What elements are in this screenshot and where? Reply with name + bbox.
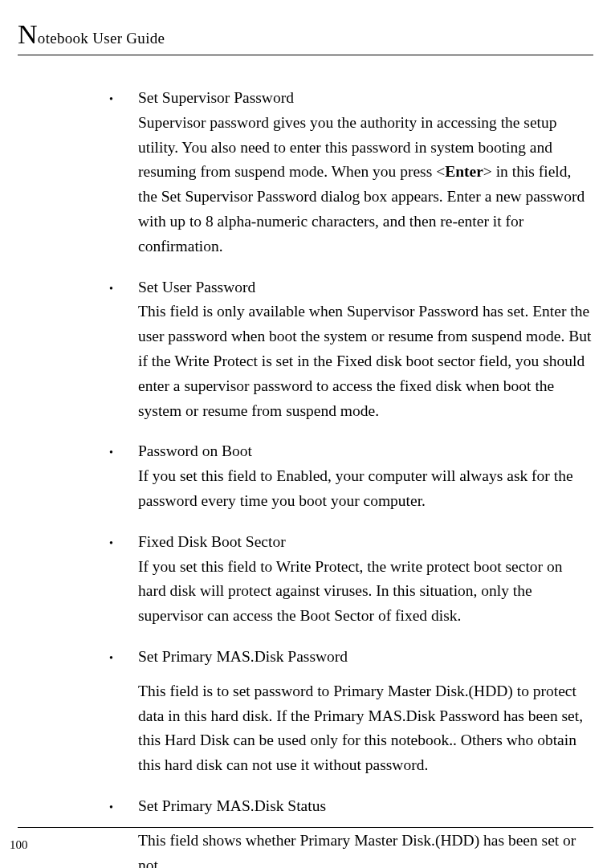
list-item: • Set Primary MAS.Disk Password This fie… [109, 645, 592, 778]
list-item: • Set Supervisor Password Supervisor pas… [109, 86, 592, 259]
bullet-icon: • [109, 89, 138, 105]
item-title: Fixed Disk Boot Sector [138, 530, 592, 555]
list-item: • Set User Password This field is only a… [109, 275, 592, 424]
item-paragraph: This field shows whether Primary Master … [138, 829, 592, 868]
header-title: Notebook User Guide [18, 19, 593, 50]
item-text: This field is only available when Superv… [138, 300, 592, 423]
page-header: Notebook User Guide [18, 19, 593, 55]
item-text: Supervisor password gives you the author… [138, 111, 592, 259]
content-area: • Set Supervisor Password Supervisor pas… [18, 86, 593, 868]
item-title: Set Primary MAS.Disk Password [138, 645, 592, 670]
header-rest: otebook User Guide [38, 30, 165, 47]
list-item: • Password on Boot If you set this field… [109, 439, 592, 513]
item-title: Set Supervisor Password [138, 86, 592, 111]
bullet-icon: • [109, 797, 138, 813]
bullet-icon: • [109, 279, 138, 295]
header-initial: N [18, 19, 38, 49]
item-paragraph: This field is to set password to Primary… [138, 679, 592, 778]
item-title: Set Primary MAS.Disk Status [138, 794, 592, 819]
item-title: Set User Password [138, 275, 592, 300]
bullet-icon: • [109, 442, 138, 458]
footer-divider [18, 827, 593, 828]
page-number: 100 [10, 838, 28, 852]
list-item: • Set Primary MAS.Disk Status This field… [109, 794, 592, 868]
item-title: Password on Boot [138, 439, 592, 464]
list-item: • Fixed Disk Boot Sector If you set this… [109, 530, 592, 629]
item-text: If you set this field to Write Protect, … [138, 555, 592, 629]
bullet-icon: • [109, 648, 138, 664]
bullet-icon: • [109, 533, 138, 549]
item-text: If you set this field to Enabled, your c… [138, 464, 592, 514]
